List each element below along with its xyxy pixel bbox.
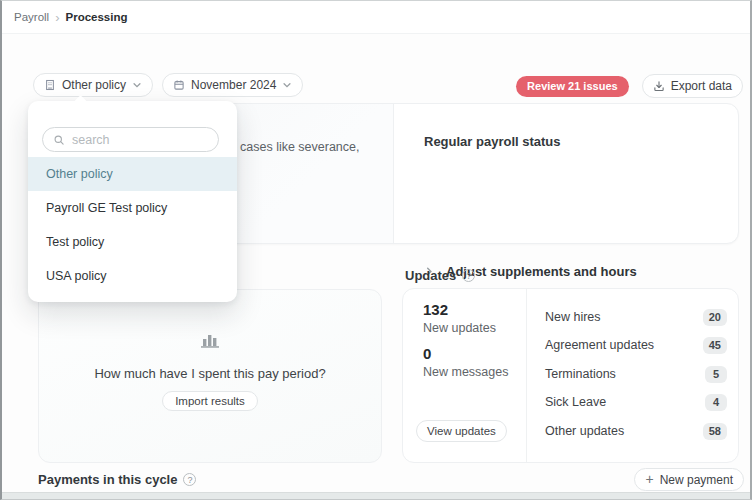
view-updates-button[interactable]: View updates [416, 420, 507, 442]
off-cycle-description: cases like severance, [240, 140, 360, 154]
bar-chart-icon [199, 330, 221, 354]
update-label: Agreement updates [545, 338, 654, 352]
policy-option-other-policy[interactable]: Other policy [28, 157, 237, 191]
new-payment-button[interactable]: + New payment [634, 468, 744, 491]
card-divider [393, 104, 394, 243]
card-divider [526, 289, 527, 462]
breadcrumb-payroll[interactable]: Payroll [14, 11, 49, 23]
new-updates-count: 132 [423, 301, 496, 318]
update-row-agreement-updates: Agreement updates 45 [545, 334, 727, 356]
chevron-right-icon: › [55, 11, 59, 24]
menu-notch [74, 95, 87, 108]
policy-dropdown-menu: Other policy Payroll GE Test policy Test… [28, 101, 237, 302]
policy-dropdown-button[interactable]: Other policy [33, 73, 153, 97]
actions-toolbar: Review 21 issues Export data [516, 74, 743, 98]
export-data-button[interactable]: Export data [642, 74, 743, 98]
bottom-edge-strip [2, 492, 750, 499]
update-label: Terminations [545, 367, 616, 381]
payroll-processing-page: Payroll › Processing Other policy Novemb… [0, 0, 752, 500]
search-icon [53, 134, 65, 146]
policy-search[interactable] [42, 127, 219, 152]
payments-title: Payments in this cycle [38, 472, 177, 487]
new-messages-stat: 0 New messages [423, 345, 508, 379]
new-messages-count: 0 [423, 345, 508, 362]
filters-toolbar: Other policy November 2024 [33, 73, 303, 97]
download-icon [653, 80, 665, 92]
count-badge: 4 [705, 394, 727, 411]
export-data-label: Export data [671, 79, 732, 93]
new-messages-label: New messages [423, 365, 508, 379]
count-badge: 58 [703, 423, 727, 440]
update-row-sick-leave: Sick Leave 4 [545, 391, 727, 413]
calendar-icon [173, 79, 185, 91]
help-icon[interactable]: ? [462, 269, 475, 282]
policy-search-input[interactable] [72, 133, 208, 147]
month-dropdown-button[interactable]: November 2024 [162, 73, 303, 97]
updates-card: 132 New updates 0 New messages View upda… [402, 288, 739, 463]
help-icon[interactable]: ? [183, 473, 196, 486]
policy-option-payroll-ge-test-policy[interactable]: Payroll GE Test policy [28, 191, 237, 225]
import-results-button[interactable]: Import results [162, 391, 258, 411]
month-dropdown-label: November 2024 [191, 78, 276, 92]
updates-title: Updates [405, 268, 456, 283]
new-payment-label: New payment [660, 473, 733, 487]
plus-icon: + [645, 472, 653, 486]
update-row-new-hires: New hires 20 [545, 306, 727, 328]
new-updates-label: New updates [423, 321, 496, 335]
count-badge: 20 [703, 309, 727, 326]
new-updates-stat: 132 New updates [423, 301, 496, 335]
status-card-title: Regular payroll status [424, 134, 561, 149]
building-icon [44, 79, 56, 91]
breadcrumb-processing: Processing [66, 11, 128, 23]
chevron-down-icon [282, 80, 292, 90]
policy-option-usa-policy[interactable]: USA policy [28, 259, 237, 293]
breadcrumb: Payroll › Processing [2, 1, 750, 34]
count-badge: 45 [703, 337, 727, 354]
update-label: New hires [545, 310, 601, 324]
policy-dropdown-label: Other policy [62, 78, 126, 92]
update-row-terminations: Terminations 5 [545, 363, 727, 385]
update-label: Other updates [545, 424, 624, 438]
payments-heading: Payments in this cycle ? [38, 472, 196, 487]
count-badge: 5 [705, 366, 727, 383]
updates-heading: Updates ? [405, 268, 475, 283]
update-label: Sick Leave [545, 395, 606, 409]
chevron-down-icon [132, 80, 142, 90]
costs-card: How much have I spent this pay period? I… [38, 289, 382, 463]
review-issues-button[interactable]: Review 21 issues [516, 76, 629, 97]
update-row-other-updates: Other updates 58 [545, 420, 727, 442]
costs-question: How much have I spent this pay period? [94, 366, 325, 381]
policy-option-test-policy[interactable]: Test policy [28, 225, 237, 259]
